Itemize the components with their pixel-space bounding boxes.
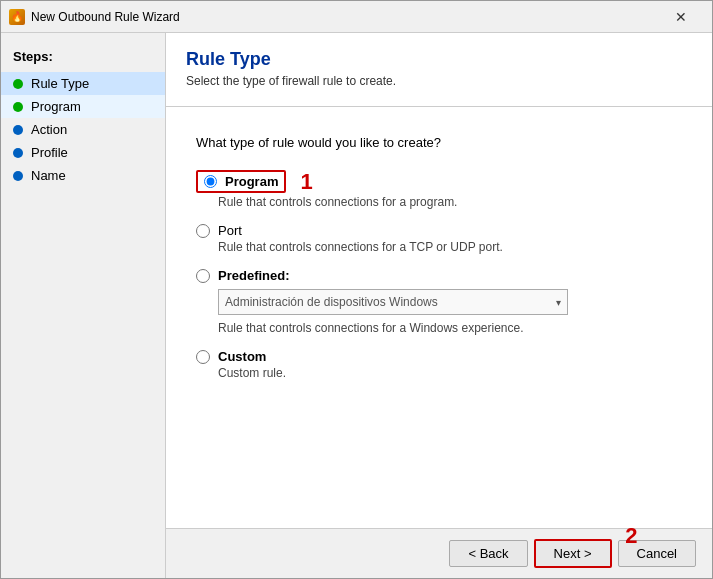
sidebar-item-rule-type[interactable]: Rule Type — [1, 72, 165, 95]
predefined-dropdown[interactable]: Administración de dispositivos Windows ▾ — [218, 289, 568, 315]
dot-rule-type — [13, 79, 23, 89]
main-content: What type of rule would you like to crea… — [166, 115, 712, 528]
step-number-2: 2 — [625, 523, 637, 549]
title-bar-text: New Outbound Rule Wizard — [31, 10, 180, 24]
main-header: Rule Type Select the type of firewall ru… — [166, 33, 712, 98]
option-text-custom: Custom — [218, 349, 266, 364]
option-label-port[interactable]: Port — [196, 223, 682, 238]
option-label-custom[interactable]: Custom — [196, 349, 682, 364]
close-button[interactable]: ✕ — [658, 7, 704, 27]
option-item-predefined: Predefined: Administración de dispositiv… — [196, 268, 682, 335]
sidebar-label-profile: Profile — [31, 145, 68, 160]
title-bar-left: 🔥 New Outbound Rule Wizard — [9, 9, 180, 25]
title-bar: 🔥 New Outbound Rule Wizard ✕ — [1, 1, 712, 33]
option-item-custom: Custom Custom rule. — [196, 349, 682, 380]
sidebar-item-name[interactable]: Name — [1, 164, 165, 187]
radio-port[interactable] — [196, 224, 210, 238]
step-number-1: 1 — [300, 171, 312, 193]
back-button[interactable]: < Back — [449, 540, 527, 567]
sidebar-label-program: Program — [31, 99, 81, 114]
radio-predefined[interactable] — [196, 269, 210, 283]
option-item-port: Port Rule that controls connections for … — [196, 223, 682, 254]
main-subtitle: Select the type of firewall rule to crea… — [186, 74, 692, 88]
wizard-window: 🔥 New Outbound Rule Wizard ✕ Steps: Rule… — [0, 0, 713, 579]
main-title: Rule Type — [186, 49, 692, 70]
sidebar-item-program[interactable]: Program — [1, 95, 165, 118]
option-desc-port: Rule that controls connections for a TCP… — [218, 240, 682, 254]
dropdown-arrow-icon: ▾ — [556, 297, 561, 308]
sidebar-label-action: Action — [31, 122, 67, 137]
option-group: Program 1 Rule that controls connections… — [196, 170, 682, 380]
next-wrapper: Next > 2 — [534, 539, 612, 568]
option-desc-custom: Custom rule. — [218, 366, 682, 380]
program-highlight-box: Program — [196, 170, 286, 193]
dot-name — [13, 171, 23, 181]
question-text: What type of rule would you like to crea… — [196, 135, 682, 150]
wizard-icon: 🔥 — [9, 9, 25, 25]
sidebar-item-profile[interactable]: Profile — [1, 141, 165, 164]
predefined-dropdown-value: Administración de dispositivos Windows — [225, 295, 438, 309]
option-text-predefined: Predefined: — [218, 268, 290, 283]
option-text-port: Port — [218, 223, 242, 238]
dot-action — [13, 125, 23, 135]
radio-program[interactable] — [204, 175, 217, 188]
option-desc-program: Rule that controls connections for a pro… — [218, 195, 682, 209]
option-label-program: Program — [225, 174, 278, 189]
footer: < Back Next > 2 Cancel — [166, 528, 712, 578]
content-area: Steps: Rule Type Program Action Profile … — [1, 33, 712, 578]
main-panel: Rule Type Select the type of firewall ru… — [166, 33, 712, 578]
dot-profile — [13, 148, 23, 158]
sidebar-title: Steps: — [1, 43, 165, 72]
sidebar-label-name: Name — [31, 168, 66, 183]
sidebar-item-action[interactable]: Action — [1, 118, 165, 141]
radio-custom[interactable] — [196, 350, 210, 364]
sidebar: Steps: Rule Type Program Action Profile … — [1, 33, 166, 578]
option-desc-predefined: Rule that controls connections for a Win… — [218, 321, 682, 335]
next-button[interactable]: Next > — [534, 539, 612, 568]
sidebar-label-rule-type: Rule Type — [31, 76, 89, 91]
option-label-predefined[interactable]: Predefined: — [196, 268, 682, 283]
option-item-program: Program 1 Rule that controls connections… — [196, 170, 682, 209]
dot-program — [13, 102, 23, 112]
